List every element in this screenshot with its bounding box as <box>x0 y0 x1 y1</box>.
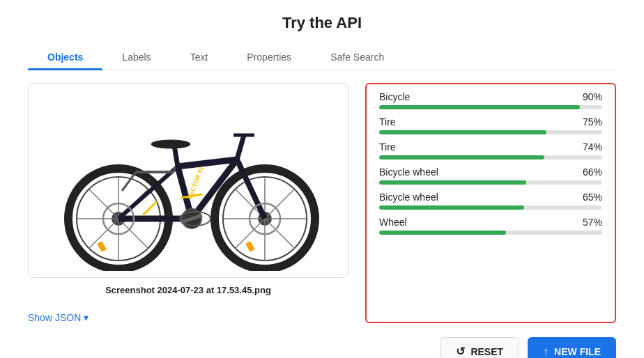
image-caption: Screenshot 2024-07-23 at 17.53.45.png <box>105 285 271 295</box>
main-content: VECTOR 91 Screenshot 2024-07-23 at 17.53… <box>28 83 616 323</box>
progress-bar-fill <box>379 180 526 185</box>
button-row: ↺ RESET ↑ NEW FILE <box>440 337 616 358</box>
page-title: Try the API <box>282 14 362 32</box>
show-json-link[interactable]: Show JSON ▾ <box>28 312 89 323</box>
result-label: Bicycle <box>379 91 410 102</box>
tab-objects[interactable]: Objects <box>28 45 102 70</box>
new-file-button[interactable]: ↑ NEW FILE <box>528 337 616 358</box>
tab-text[interactable]: Text <box>171 45 228 70</box>
bicycle-image: VECTOR 91 <box>42 90 335 271</box>
results-panel: Bicycle 90% Tire 75% Tire 74% <box>365 83 616 323</box>
result-percent: 74% <box>583 141 602 153</box>
result-percent: 66% <box>583 166 602 178</box>
result-percent: 65% <box>583 192 602 203</box>
result-label: Tire <box>379 141 396 153</box>
result-label: Tire <box>379 116 396 127</box>
result-label: Wheel <box>379 217 407 228</box>
result-row: Bicycle wheel 66% <box>379 166 602 185</box>
reset-button[interactable]: ↺ RESET <box>440 337 519 358</box>
image-container: VECTOR 91 <box>28 83 348 278</box>
progress-bar-background <box>379 155 602 159</box>
bottom-row: ↺ RESET ↑ NEW FILE <box>28 337 616 358</box>
result-label: Bicycle wheel <box>379 166 438 178</box>
upload-icon: ↑ <box>543 345 549 358</box>
show-json-label: Show JSON <box>28 312 81 323</box>
tab-safe-search[interactable]: Safe Search <box>311 45 404 70</box>
image-panel: VECTOR 91 Screenshot 2024-07-23 at 17.53… <box>28 83 348 323</box>
progress-bar-fill <box>379 155 544 159</box>
result-percent: 90% <box>583 91 602 102</box>
svg-line-33 <box>174 146 178 166</box>
tab-labels[interactable]: Labels <box>102 45 170 70</box>
result-percent: 57% <box>583 217 602 228</box>
tab-properties[interactable]: Properties <box>227 45 311 70</box>
result-row: Tire 75% <box>379 116 602 134</box>
results-box: Bicycle 90% Tire 75% Tire 74% <box>365 83 616 323</box>
new-file-label: NEW FILE <box>554 346 601 357</box>
progress-bar-background <box>379 130 602 134</box>
progress-bar-background <box>379 180 602 185</box>
svg-point-34 <box>151 140 190 148</box>
chevron-down-icon: ▾ <box>84 312 89 323</box>
result-percent: 75% <box>583 116 602 127</box>
progress-bar-background <box>379 231 602 235</box>
progress-bar-fill <box>379 205 524 210</box>
result-row: Bicycle wheel 65% <box>379 192 602 210</box>
result-label: Bicycle wheel <box>379 192 438 203</box>
progress-bar-background <box>379 105 602 109</box>
tabs-bar: Objects Labels Text Properties Safe Sear… <box>28 45 616 70</box>
result-row: Bicycle 90% <box>379 91 602 109</box>
reset-label: RESET <box>470 346 503 357</box>
reset-icon: ↺ <box>456 345 465 358</box>
result-row: Tire 74% <box>379 141 602 159</box>
progress-bar-fill <box>379 105 580 109</box>
progress-bar-background <box>379 205 602 210</box>
result-row: Wheel 57% <box>379 217 602 235</box>
progress-bar-fill <box>379 130 546 134</box>
progress-bar-fill <box>379 231 506 235</box>
